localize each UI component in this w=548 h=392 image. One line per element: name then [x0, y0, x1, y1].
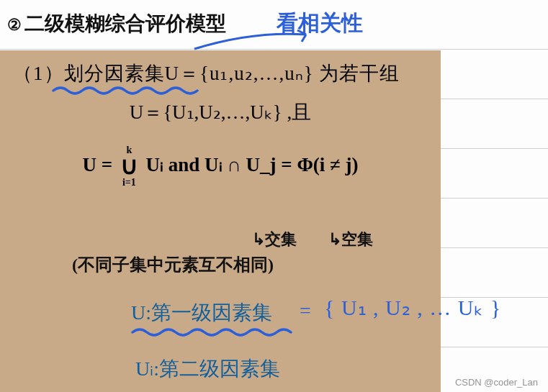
handwritten-title: 二级模糊综合评价模型 [24, 12, 226, 35]
wavy-underline-2-icon [131, 327, 297, 338]
circled-number: ② 二级模糊综合评价模型 [7, 10, 226, 37]
eq-lhs: U = [82, 154, 117, 176]
line1-suffix: 为若干组 [314, 63, 400, 84]
equation-block: U = k ∪ i=1 Uᵢ and Uᵢ ∩ U_j = Φ(i ≠ j) [13, 145, 428, 188]
label-level-1-text: U:第一级因素集 [131, 301, 272, 324]
wavy-underline-icon [52, 85, 203, 96]
union-bottom: i=1 [122, 178, 136, 188]
line1-prefix: （1）划分因素集U＝ [13, 63, 199, 84]
label-level-1: U:第一级因素集 [131, 299, 272, 327]
circled-number-text: ② [7, 16, 22, 34]
line1-set: {u₁,u₂,…,uₙ} [199, 63, 314, 84]
header-row: ② 二级模糊综合评价模型 看相关性 [7, 9, 541, 38]
blue-equals: = [300, 299, 311, 322]
annotation-parenthetical: (不同子集中元素互不相同) [72, 253, 274, 276]
watermark: CSDN @coder_Lan [455, 377, 538, 388]
big-union-symbol: k ∪ i=1 [120, 145, 138, 188]
annotation-phi: ↳空集 [328, 229, 373, 250]
eq-and: and [169, 154, 205, 176]
line-1: （1）划分因素集U＝{u₁,u₂,…,uₙ} 为若干组 [13, 60, 428, 86]
blue-set-expression: { U₁ , U₂ , … Uₖ } [324, 295, 501, 320]
line-2: U＝{U₁,U₂,…,Uₖ} ,且 [13, 99, 428, 125]
label-level-2-text: Uᵢ:第二级因素集 [135, 357, 280, 380]
blue-note-top: 看相关性 [277, 9, 363, 38]
eq-ui: Uᵢ [146, 154, 164, 176]
eq-rhs: Uᵢ ∩ U_j = Φ(i ≠ j) [205, 154, 358, 176]
label-level-2: Uᵢ:第二级因素集 [135, 355, 280, 383]
union-icon: ∪ [120, 155, 138, 178]
content-box: （1）划分因素集U＝{u₁,u₂,…,uₙ} 为若干组 U＝{U₁,U₂,…,U… [0, 50, 441, 392]
annotation-intersection: ↳交集 [252, 229, 297, 250]
